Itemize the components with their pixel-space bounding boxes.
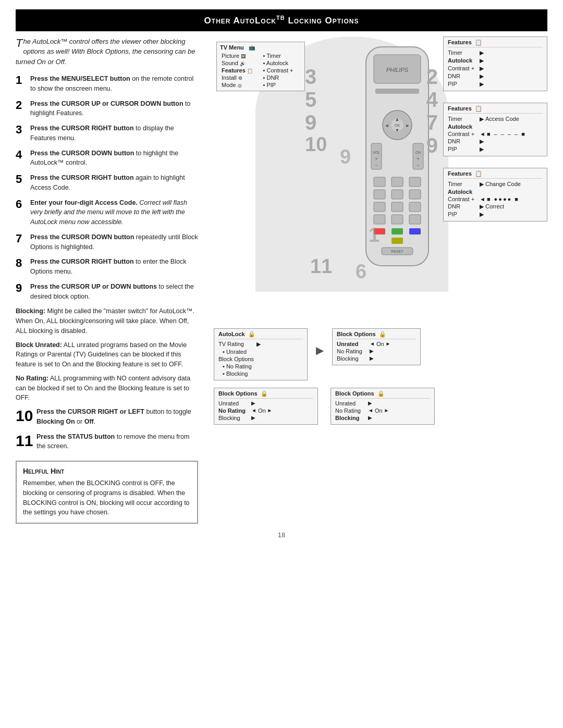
step-4-number: 4: [16, 149, 30, 161]
bottom-panels: Block Options 🔒 Unrated ▶ No Rating ◄ On…: [214, 388, 547, 425]
remote-deco-6: 6: [356, 261, 366, 283]
right-column: TV Menu 📺 Picture 🖼 • Timer Sound 🔊 • Au…: [209, 36, 547, 524]
step-6-number: 6: [16, 198, 30, 211]
bo1-blocking: Blocking ▶: [337, 355, 416, 362]
fp2-row-pip: PIP ▶: [448, 146, 543, 153]
svg-text:CH: CH: [415, 151, 421, 154]
right-panels: Features 📋 Timer ▶ Autolock ▶ Contrast +…: [443, 36, 547, 228]
block-options-1: Block Options 🔒 Unrated ◄ On ► No Rating…: [332, 328, 421, 365]
step-5: 5 Press the CURSOR RIGHT button again to…: [16, 173, 198, 193]
step-11-number: 11: [16, 432, 36, 449]
svg-rect-30: [409, 215, 421, 224]
step-4: 4 Press the CURSOR DOWN button to highli…: [16, 149, 198, 168]
step-9-text: Press the CURSOR UP or DOWN buttons to s…: [30, 282, 198, 302]
autolock-box: AutoLock 🔒 TV Rating ▶ • Unrated Block O…: [214, 328, 308, 380]
svg-text:−: −: [375, 163, 377, 168]
fp1-row-dnr: DNR ▶: [448, 73, 543, 80]
bo2-blocking: Blocking ▶: [218, 415, 313, 421]
svg-rect-26: [391, 202, 403, 212]
bo3-title: Block Options 🔒: [335, 390, 430, 399]
block-descriptions: Blocking: Might be called the "master sw…: [16, 306, 198, 403]
svg-text:+: +: [417, 156, 419, 162]
step-10: 10 Press the CURSOR RIGHT or LEFT button…: [16, 407, 198, 427]
fp1-row-autolock: Autolock ▶: [448, 57, 543, 64]
top-area: TV Menu 📺 Picture 🖼 • Timer Sound 🔊 • Au…: [214, 36, 547, 328]
page-header: Other AutoLockTB Locking Options: [16, 9, 547, 31]
step-3: 3 Press the CURSOR RIGHT button to displ…: [16, 124, 198, 143]
step-9-number: 9: [16, 282, 30, 294]
step-7-text: Press the CURSOR DOWN button repeatedly …: [30, 232, 198, 252]
svg-text:◄: ◄: [385, 123, 389, 128]
fp2-row-dnr: DNR ▶: [448, 138, 543, 145]
step-4-text: Press the CURSOR DOWN button to highligh…: [30, 149, 198, 168]
tv-menu-cell-features: Features 📋: [220, 67, 261, 74]
svg-text:PHILIPS: PHILIPS: [386, 67, 409, 73]
svg-rect-20: [391, 177, 403, 187]
svg-rect-25: [374, 202, 385, 212]
tv-menu-cell: Install ⚙: [220, 74, 261, 81]
svg-text:▼: ▼: [395, 128, 400, 133]
step-8-number: 8: [16, 257, 30, 269]
hint-title: Helpful Hint: [23, 467, 191, 475]
svg-rect-32: [391, 228, 403, 235]
autolock-title: AutoLock 🔒: [218, 331, 303, 339]
fp1-row-pip: PIP ▶: [448, 81, 543, 88]
bo3-unrated: Unrated ▶: [335, 400, 430, 406]
tv-menu-cell: Sound 🔊: [220, 59, 261, 67]
step-2: 2 Press the CURSOR UP or CURSOR DOWN but…: [16, 99, 198, 119]
intro-body: he AutoLock™ control offers the viewer o…: [16, 38, 195, 66]
step-11-text: Press the STATUS button to remove the me…: [36, 432, 198, 452]
al-row-norating: • No Rating: [218, 363, 303, 369]
page-number: 18: [0, 531, 563, 539]
svg-text:►: ►: [406, 123, 410, 128]
svg-rect-21: [409, 177, 421, 187]
features-panel-3: Features 📋 Timer ▶ Change Code Autolock …: [443, 168, 547, 221]
left-column: The AutoLock™ control offers the viewer …: [16, 36, 209, 524]
header-title: Other AutoLockTB Locking Options: [204, 16, 359, 26]
tv-menu-table: Picture 🖼 • Timer Sound 🔊 • Autolock Fea…: [220, 52, 301, 89]
step-10-text: Press the CURSOR RIGHT or LEFT button to…: [36, 407, 198, 427]
bo1-norating: No Rating ▶: [337, 348, 416, 354]
al-row-blocking: • Blocking: [218, 371, 303, 377]
main-content: The AutoLock™ control offers the viewer …: [16, 31, 547, 524]
deco-11: 11: [310, 255, 332, 278]
remote-deco-9: 9: [340, 146, 351, 168]
right-arrow-icon: ▶: [316, 344, 324, 356]
svg-rect-33: [409, 228, 421, 235]
tv-menu-row: Features 📋 • Contrast +: [220, 67, 301, 74]
fp3-row-timer: Timer ▶ Change Code: [448, 181, 543, 188]
tv-menu-row: Sound 🔊 • Autolock: [220, 59, 301, 67]
step-2-text: Press the CURSOR UP or CURSOR DOWN butto…: [30, 99, 198, 119]
blocking-desc: Blocking: Might be called the "master sw…: [16, 306, 198, 336]
features-panel-2: Features 📋 Timer ▶ Access Code Autolock …: [443, 103, 547, 156]
block-options-3: Block Options 🔒 Unrated ▶ No Rating ◄ On…: [331, 388, 435, 425]
features-panel-3-title: Features 📋: [448, 170, 543, 179]
bo1-unrated: Unrated ◄ On ►: [337, 341, 416, 347]
svg-rect-29: [391, 215, 403, 224]
al-row-unrated: • Unrated: [218, 349, 303, 355]
step-list: 1 Press the MENU/SELECT button on the re…: [16, 74, 198, 301]
svg-rect-28: [374, 215, 385, 224]
remote-deco-1: 1: [369, 224, 380, 246]
step-9: 9 Press the CURSOR UP or DOWN buttons to…: [16, 282, 198, 302]
svg-rect-24: [409, 190, 421, 199]
bo2-norating: No Rating ◄ On ►: [218, 408, 313, 414]
step-1-text: Press the MENU/SELECT button on the remo…: [30, 74, 198, 94]
tv-menu-title: TV Menu 📺: [220, 44, 301, 51]
fp3-row-dnr: DNR ▶ Correct: [448, 203, 543, 210]
step-10-number: 10: [16, 407, 36, 424]
tv-menu-row: Install ⚙ • DNR: [220, 74, 301, 81]
fp2-row-contrast: Contrast + ◄ ■ – – – – ■: [448, 131, 543, 137]
hint-text: Remember, when the BLOCKING control is O…: [23, 478, 191, 517]
fp3-row-pip: PIP ▶: [448, 211, 543, 218]
step-1: 1 Press the MENU/SELECT button on the re…: [16, 74, 198, 94]
step-2-number: 2: [16, 99, 30, 112]
deco-numbers-left: 3 5 9 10: [305, 65, 327, 156]
step-6-text: Enter your four-digit Access Code. Corre…: [30, 198, 198, 227]
step-8-text: Press the CURSOR RIGHT button to enter t…: [30, 257, 198, 277]
fp1-row-contrast: Contrast + ▶: [448, 65, 543, 72]
step-7-number: 7: [16, 232, 30, 245]
fp2-row-timer: Timer ▶ Access Code: [448, 116, 543, 122]
bo3-blocking: Blocking ▶: [335, 415, 430, 421]
block-unrated-desc: Block Unrated: ALL unrated programs base…: [16, 340, 198, 369]
